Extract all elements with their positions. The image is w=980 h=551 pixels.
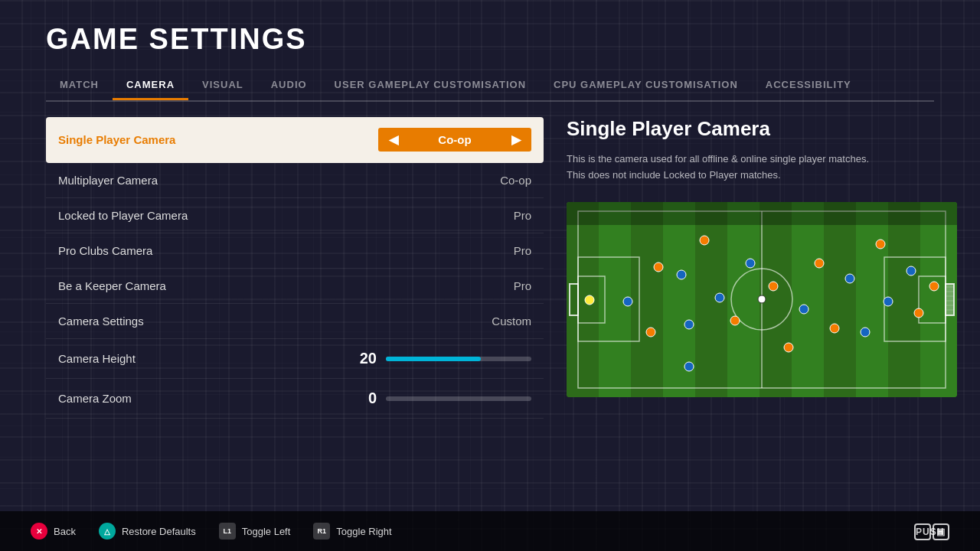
- setting-row-multiplayer-camera[interactable]: Multiplayer Camera Co-op: [46, 163, 544, 198]
- toggle-right-button[interactable]: R1 Toggle Right: [313, 523, 391, 540]
- push-logo-icon: ▣: [933, 523, 949, 540]
- selector-right-arrow[interactable]: ▶: [511, 132, 521, 147]
- svg-point-36: [845, 274, 854, 283]
- svg-rect-4: [631, 202, 663, 397]
- tab-match[interactable]: MATCH: [46, 71, 113, 100]
- selector-value: Co-op: [438, 133, 471, 146]
- camera-selector[interactable]: ◀ Co-op ▶: [378, 128, 531, 152]
- svg-point-39: [884, 297, 893, 306]
- camera-settings-label: Camera Settings: [58, 315, 144, 328]
- settings-panel: Single Player Camera ◀ Co-op ▶ Multiplay…: [46, 117, 544, 419]
- back-icon: ✕: [31, 523, 47, 540]
- camera-height-label: Camera Height: [58, 352, 136, 365]
- restore-label: Restore Defaults: [122, 526, 196, 537]
- toggle-right-icon: R1: [313, 523, 330, 540]
- multiplayer-camera-value: Co-op: [500, 174, 531, 187]
- locked-camera-label: Locked to Player Camera: [58, 209, 188, 222]
- info-panel: Single Player Camera This is the camera …: [567, 117, 957, 419]
- svg-point-34: [746, 259, 755, 268]
- camera-height-slider-row: 20: [136, 350, 531, 367]
- tab-cpu-gameplay[interactable]: CPU GAMEPLAY CUSTOMISATION: [540, 71, 752, 100]
- camera-settings-value: Custom: [492, 315, 531, 328]
- tab-navigation: MATCH CAMERA VISUAL AUDIO USER GAMEPLAY …: [46, 71, 934, 102]
- locked-camera-value: Pro: [514, 209, 531, 222]
- pro-clubs-camera-value: Pro: [514, 244, 531, 257]
- main-content: Single Player Camera ◀ Co-op ▶ Multiplay…: [46, 117, 934, 419]
- camera-height-fill: [386, 357, 481, 361]
- multiplayer-camera-label: Multiplayer Camera: [58, 174, 158, 187]
- camera-zoom-value: 0: [354, 390, 377, 407]
- svg-rect-23: [946, 284, 954, 315]
- info-title: Single Player Camera: [567, 117, 957, 141]
- svg-rect-10: [824, 202, 856, 397]
- svg-point-43: [730, 316, 740, 325]
- toggle-left-icon: L1: [219, 523, 236, 540]
- camera-zoom-track[interactable]: [386, 396, 531, 401]
- svg-point-51: [929, 282, 939, 291]
- svg-point-53: [758, 295, 766, 303]
- svg-point-47: [876, 240, 885, 249]
- svg-point-52: [585, 295, 594, 305]
- push-logo: PUSH▣: [913, 521, 949, 541]
- tab-user-gameplay[interactable]: USER GAMEPLAY CUSTOMISATION: [321, 71, 540, 100]
- keeper-camera-value: Pro: [514, 279, 531, 292]
- selector-left-arrow[interactable]: ◀: [389, 132, 398, 147]
- toggle-left-button[interactable]: L1 Toggle Left: [219, 523, 291, 540]
- toggle-right-label: Toggle Right: [336, 526, 391, 537]
- svg-point-48: [914, 308, 923, 318]
- back-button[interactable]: ✕ Back: [31, 523, 76, 540]
- info-description: This is the camera used for all offline …: [567, 152, 957, 184]
- svg-point-37: [861, 328, 870, 337]
- svg-rect-54: [567, 202, 957, 225]
- tab-accessibility[interactable]: ACCESSIBILITY: [752, 71, 865, 100]
- svg-rect-12: [888, 202, 920, 397]
- svg-rect-9: [792, 202, 824, 397]
- bottom-bar: ✕ Back △ Restore Defaults L1 Toggle Left…: [0, 511, 980, 551]
- camera-zoom-label: Camera Zoom: [58, 392, 132, 405]
- tab-audio[interactable]: AUDIO: [257, 71, 321, 100]
- camera-preview: [567, 202, 957, 397]
- svg-point-50: [784, 343, 793, 352]
- restore-icon: △: [99, 523, 116, 540]
- setting-row-single-player-camera[interactable]: Single Player Camera ◀ Co-op ▶: [46, 117, 544, 163]
- svg-point-46: [830, 324, 839, 333]
- camera-zoom-slider-row: 0: [132, 390, 531, 407]
- keeper-camera-label: Be a Keeper Camera: [58, 279, 166, 292]
- camera-height-value: 20: [354, 350, 377, 367]
- setting-row-camera-height[interactable]: Camera Height 20: [46, 339, 544, 379]
- svg-point-44: [769, 282, 778, 291]
- setting-row-camera-settings[interactable]: Camera Settings Custom: [46, 304, 544, 339]
- toggle-left-label: Toggle Left: [242, 526, 291, 537]
- svg-point-41: [654, 262, 663, 272]
- pro-clubs-camera-label: Pro Clubs Camera: [58, 244, 152, 257]
- svg-point-49: [700, 236, 709, 245]
- tab-visual[interactable]: VISUAL: [188, 71, 257, 100]
- setting-row-pro-clubs-camera[interactable]: Pro Clubs Camera Pro: [46, 233, 544, 269]
- setting-row-be-a-keeper-camera[interactable]: Be a Keeper Camera Pro: [46, 269, 544, 304]
- svg-point-31: [677, 270, 686, 279]
- setting-row-locked-to-player-camera[interactable]: Locked to Player Camera Pro: [46, 198, 544, 233]
- back-label: Back: [54, 526, 76, 537]
- svg-point-45: [815, 259, 824, 268]
- restore-defaults-button[interactable]: △ Restore Defaults: [99, 523, 196, 540]
- single-player-camera-label: Single Player Camera: [58, 133, 175, 146]
- svg-point-30: [623, 297, 632, 306]
- tab-camera[interactable]: CAMERA: [113, 71, 188, 100]
- svg-point-32: [684, 320, 694, 329]
- svg-rect-11: [856, 202, 888, 397]
- camera-height-track[interactable]: [386, 357, 531, 361]
- svg-rect-7: [727, 202, 760, 397]
- setting-row-camera-zoom[interactable]: Camera Zoom 0: [46, 379, 544, 419]
- svg-point-35: [799, 305, 808, 314]
- page-title: GAME SETTINGS: [46, 23, 934, 56]
- svg-point-33: [715, 293, 724, 302]
- svg-point-40: [906, 266, 916, 276]
- svg-point-42: [646, 328, 655, 337]
- svg-point-38: [684, 362, 694, 371]
